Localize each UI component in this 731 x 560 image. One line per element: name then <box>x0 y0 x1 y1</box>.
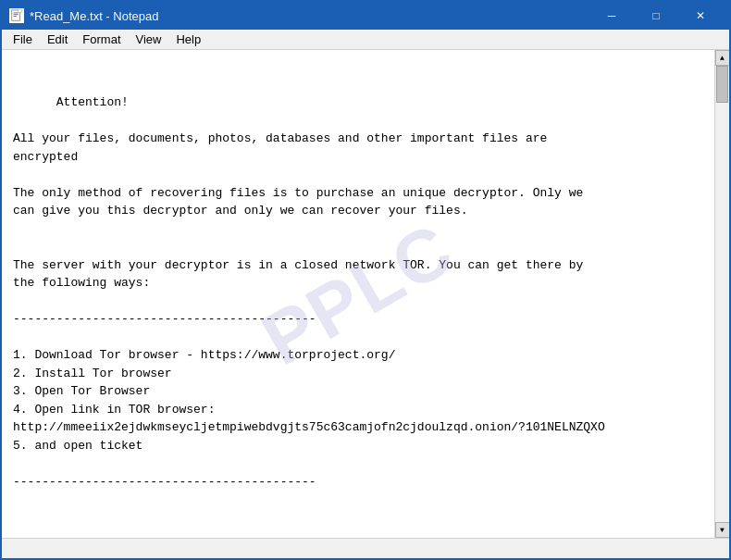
maximize-button[interactable]: □ <box>635 5 677 27</box>
vertical-scrollbar[interactable]: ▲ ▼ <box>714 50 729 538</box>
scroll-up-button[interactable]: ▲ <box>715 50 730 66</box>
svg-rect-1 <box>14 13 19 14</box>
scroll-thumb[interactable] <box>716 66 728 103</box>
text-editor[interactable]: PPLC Attention! All your files, document… <box>2 50 714 538</box>
menu-format[interactable]: Format <box>75 31 128 47</box>
title-controls: ─ □ ✕ <box>590 5 722 27</box>
close-button[interactable]: ✕ <box>679 5 722 27</box>
svg-rect-2 <box>14 14 19 15</box>
scroll-track[interactable] <box>715 66 729 522</box>
menu-edit[interactable]: Edit <box>40 31 75 47</box>
menu-file[interactable]: File <box>6 31 40 47</box>
scroll-down-button[interactable]: ▼ <box>715 522 730 538</box>
content-area: PPLC Attention! All your files, document… <box>2 50 729 538</box>
svg-rect-3 <box>14 16 18 17</box>
status-bar <box>2 538 729 558</box>
menu-bar: File Edit Format View Help <box>2 30 729 50</box>
notepad-window: *Read_Me.txt - Notepad ─ □ ✕ File Edit F… <box>0 0 731 560</box>
notepad-icon <box>9 8 24 23</box>
title-bar-left: *Read_Me.txt - Notepad <box>9 8 158 23</box>
minimize-button[interactable]: ─ <box>590 5 633 27</box>
watermark: PPLC <box>242 194 475 393</box>
window-title: *Read_Me.txt - Notepad <box>30 9 158 23</box>
menu-help[interactable]: Help <box>168 31 208 47</box>
menu-view[interactable]: View <box>129 31 169 47</box>
svg-rect-4 <box>19 9 22 13</box>
title-bar: *Read_Me.txt - Notepad ─ □ ✕ <box>2 2 729 30</box>
editor-content: Attention! All your files, documents, ph… <box>13 95 605 538</box>
